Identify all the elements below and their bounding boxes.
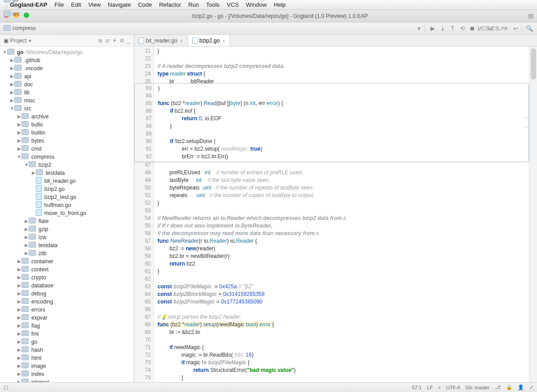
tree-folder-testdata[interactable]: ▶testdata [0,169,134,177]
menu-help[interactable]: Help [274,1,286,8]
menu-vcs[interactable]: VCS [227,1,239,8]
tree-folder-builtin[interactable]: ▶builtin [0,129,134,137]
tree-folder-internal[interactable]: ▶internal [0,378,134,382]
tree-folder-debug[interactable]: ▶debug [0,290,134,298]
chevron-right-icon[interactable]: ▶ [17,370,21,378]
menu-run[interactable]: Run [188,1,199,8]
chevron-right-icon[interactable]: ▶ [17,282,21,290]
run-config-selector[interactable]: ▾ [415,25,423,33]
breadcrumb-go[interactable]: go [4,0,36,3]
tree-file-huffman.go[interactable]: huffman.go [0,201,134,209]
tree-folder-crypto[interactable]: ▶crypto [0,274,134,282]
menu-window[interactable]: Window [246,1,267,8]
chevron-right-icon[interactable]: ▶ [24,217,29,225]
chevron-right-icon[interactable]: ▶ [17,314,21,322]
definition-peek-popup[interactable]: 83848586878889909192 } func (bz2 *reader… [134,83,529,162]
tree-folder-database[interactable]: ▶database [0,282,134,290]
chevron-right-icon[interactable]: ▶ [10,64,14,72]
tree-folder-html[interactable]: ▶html [0,354,134,362]
menu-view[interactable]: View [88,1,101,8]
chevron-right-icon[interactable]: ▶ [17,338,21,346]
caret-position[interactable]: 57:1 [412,385,422,390]
editor-scrollbar[interactable] [529,46,537,382]
code-editor[interactable]: 2122232425263839404142434445464748495051… [134,46,537,382]
tree-folder-errors[interactable]: ▶errors [0,306,134,314]
file-encoding[interactable]: UTF-8 [446,385,460,390]
tree-folder-bzip2[interactable]: ▼bzip2 [0,161,134,169]
chevron-down-icon[interactable]: ▼ [24,161,29,169]
chevron-right-icon[interactable]: ▶ [24,249,29,257]
search-everywhere-icon[interactable]: 🔍 [525,25,533,33]
project-tree[interactable]: ▼go/Volumes/Data/repos/go▶.github▶.vscod… [0,46,134,382]
chevron-right-icon[interactable]: ▶ [10,80,14,89]
chevron-right-icon[interactable]: ▶ [31,169,36,177]
status-tool-window-icon[interactable]: ▢ [4,384,8,390]
chevron-right-icon[interactable]: ▶ [17,346,21,354]
chevron-right-icon[interactable]: ▶ [17,274,21,282]
chevron-right-icon[interactable]: ▶ [10,89,14,97]
chevron-down-icon[interactable]: ▼ [3,48,7,56]
chevron-right-icon[interactable]: ▶ [24,241,29,249]
close-tab-icon[interactable]: × [222,38,225,43]
chevron-right-icon[interactable]: ▶ [24,225,29,233]
chevron-right-icon[interactable]: ▶ [17,330,21,338]
editor-tab-bzip2.go[interactable]: bzip2.go× [188,35,230,46]
run-action-2[interactable]: ⤒ [448,25,456,33]
menu-code[interactable]: Code [138,1,152,8]
tree-folder-image[interactable]: ▶image [0,362,134,370]
breadcrumb-src[interactable]: src [4,11,36,17]
chevron-right-icon[interactable]: ▶ [17,354,21,362]
chevron-down-icon[interactable]: ▼ [17,153,21,161]
chevron-right-icon[interactable]: ▶ [17,266,21,274]
tree-folder-lzw[interactable]: ▶lzw [0,233,134,241]
peek-handle-icon[interactable] [525,118,529,127]
chevron-right-icon[interactable]: ▶ [17,113,21,121]
chevron-right-icon[interactable]: ▶ [17,362,21,370]
tree-folder-zlib[interactable]: ▶zlib [0,249,134,257]
menu-file[interactable]: File [55,1,64,8]
chevron-right-icon[interactable]: ▶ [10,56,14,64]
chevron-right-icon[interactable]: ▶ [17,322,21,330]
tree-folder-container[interactable]: ▶container [0,257,134,266]
chevron-right-icon[interactable]: ▶ [17,137,21,145]
project-header-action-1[interactable]: ⇄ [105,38,110,44]
vcs-action-3[interactable]: ↩ [511,25,520,33]
menu-edit[interactable]: Edit [71,1,81,8]
tree-folder-hash[interactable]: ▶hash [0,346,134,354]
menu-tools[interactable]: Tools [206,1,219,8]
tree-folder-bufio[interactable]: ▶bufio [0,121,134,129]
chevron-right-icon[interactable]: ▶ [10,72,14,80]
memory-indicator-icon[interactable]: ⤢ [529,384,533,390]
tree-folder-go[interactable]: ▶go [0,338,134,346]
tree-folder-gzip[interactable]: ▶gzip [0,225,134,233]
run-action-1[interactable]: ⤓ [439,25,447,33]
line-separator[interactable]: LF [427,385,433,390]
chevron-down-icon[interactable]: ▾ [29,38,31,44]
chevron-down-icon[interactable]: ▼ [10,105,14,113]
tree-folder-context[interactable]: ▶context [0,266,134,274]
chevron-right-icon[interactable]: ▶ [17,298,21,306]
tree-folder-cmd[interactable]: ▶cmd [0,145,134,153]
chevron-right-icon[interactable]: ▶ [17,257,21,266]
chevron-right-icon[interactable]: ▶ [24,233,29,241]
tree-file-move_to_front.go[interactable]: move_to_front.go [0,209,134,217]
tree-folder-expvar[interactable]: ▶expvar [0,314,134,322]
tree-folder-testdata[interactable]: ▶testdata [0,241,134,249]
close-tab-icon[interactable]: × [180,38,183,43]
tree-folder-doc[interactable]: ▶doc [0,80,134,89]
tree-folder-index[interactable]: ▶index [0,370,134,378]
run-action-3[interactable]: ⟲ [458,25,466,33]
hector-icon[interactable]: 👤 [518,384,524,390]
tree-folder-compress[interactable]: ▼compress [0,153,134,161]
breadcrumb-compress[interactable]: compress [4,25,36,32]
tree-file-bzip2.go[interactable]: bzip2.go [0,185,134,193]
project-view-selector[interactable]: ▣ Project [4,38,27,44]
tree-folder-api[interactable]: ▶api [0,72,134,80]
readonly-lock-icon[interactable] [506,384,512,390]
scrollbar-thumb[interactable] [531,48,536,80]
git-branch[interactable]: Git: master [465,385,490,390]
chevron-right-icon[interactable]: ▶ [17,145,21,153]
tree-folder-bytes[interactable]: ▶bytes [0,137,134,145]
chevron-right-icon[interactable]: ▶ [10,97,14,105]
tree-folder-src[interactable]: ▼src [0,105,134,113]
